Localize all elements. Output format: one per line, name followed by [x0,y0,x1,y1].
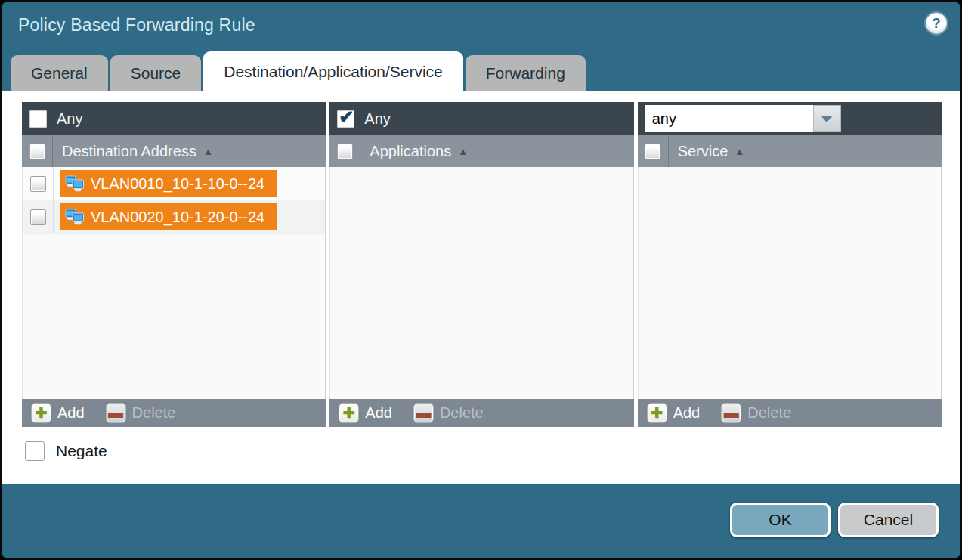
tab-destination-application-service[interactable]: Destination/Application/Service [203,51,463,91]
add-plus-icon: ✚ [31,403,51,423]
service-type-dropdown[interactable]: any [645,105,841,132]
destination-actions-bar: ✚ Add ▬ Delete [22,399,326,427]
destination-row2-checkbox[interactable] [30,209,46,225]
ok-button[interactable]: OK [730,503,831,537]
chevron-down-icon [821,116,833,122]
help-icon[interactable]: ? [926,13,947,34]
service-dropdown-bar: any [638,102,942,135]
applications-any-bar: Any [329,102,633,135]
tab-forwarding[interactable]: Forwarding [466,55,586,91]
service-delete-button[interactable]: ▬ Delete [721,403,791,423]
table-row: VLAN0020_10-1-20-0--24 [23,200,325,234]
destination-header-label[interactable]: Destination Address [62,143,196,160]
panel-columns: Any Destination Address ▲ [2,91,960,427]
service-panel: any Service ▲ ✚ Add ▬ [638,102,942,427]
destination-any-bar: Any [22,102,326,135]
destination-delete-button[interactable]: ▬ Delete [106,403,176,423]
tab-bar: General Source Destination/Application/S… [11,51,586,91]
address-object-icon [65,208,85,226]
destination-add-button[interactable]: ✚ Add [31,403,85,423]
destination-column-header: Destination Address ▲ [22,135,326,167]
applications-any-checkbox[interactable] [337,110,354,128]
applications-column-header: Applications ▲ [329,135,633,167]
applications-panel: Any Applications ▲ ✚ Add ▬ Delete [329,102,633,427]
destination-any-label: Any [57,110,82,128]
destination-list: VLAN0010_10-1-10-0--24 [22,167,326,399]
destination-item-label: VLAN0020_10-1-20-0--24 [91,209,264,226]
negate-checkbox[interactable] [25,441,45,461]
applications-delete-button[interactable]: ▬ Delete [413,403,484,423]
delete-minus-icon: ▬ [721,403,741,423]
dropdown-arrow-button[interactable] [813,105,841,132]
tab-source[interactable]: Source [110,55,202,91]
applications-add-button[interactable]: ✚ Add [339,403,392,423]
destination-any-checkbox[interactable] [29,110,47,128]
applications-any-label: Any [364,110,390,128]
tab-general[interactable]: General [11,55,108,91]
add-plus-icon: ✚ [339,403,359,423]
applications-list [329,167,633,399]
policy-based-forwarding-dialog: Policy Based Forwarding Rule ? General S… [0,0,962,560]
service-list [638,167,942,399]
service-header-label[interactable]: Service [678,143,728,160]
cancel-button[interactable]: Cancel [838,503,939,537]
applications-header-label[interactable]: Applications [370,143,451,160]
destination-item-label: VLAN0010_10-1-10-0--24 [91,175,264,193]
applications-actions-bar: ✚ Add ▬ Delete [329,399,633,427]
service-actions-bar: ✚ Add ▬ Delete [638,399,942,427]
add-plus-icon: ✚ [647,403,667,423]
negate-row: Negate [25,441,960,461]
destination-item-vlan0020[interactable]: VLAN0020_10-1-20-0--24 [60,203,277,230]
service-column-header: Service ▲ [638,135,942,167]
dialog-titlebar: Policy Based Forwarding Rule ? [2,2,960,49]
destination-row1-checkbox[interactable] [30,176,46,192]
delete-minus-icon: ▬ [413,403,434,423]
destination-address-panel: Any Destination Address ▲ [22,102,326,427]
sort-ascending-icon[interactable]: ▲ [203,146,213,157]
table-row: VLAN0010_10-1-10-0--24 [23,167,325,200]
sort-ascending-icon[interactable]: ▲ [458,146,468,157]
service-add-button[interactable]: ✚ Add [647,403,701,423]
negate-label: Negate [56,442,107,460]
service-select-all-checkbox[interactable] [645,144,660,159]
sort-ascending-icon[interactable]: ▲ [735,146,744,157]
destination-item-vlan0010[interactable]: VLAN0010_10-1-10-0--24 [60,170,277,197]
address-object-icon [65,175,85,193]
applications-select-all-checkbox[interactable] [337,144,353,159]
tab-content: Any Destination Address ▲ [2,91,960,484]
service-dropdown-value[interactable]: any [645,105,813,132]
dialog-title: Policy Based Forwarding Rule [18,15,255,36]
destination-select-all-checkbox[interactable] [29,144,45,159]
delete-minus-icon: ▬ [106,403,126,423]
